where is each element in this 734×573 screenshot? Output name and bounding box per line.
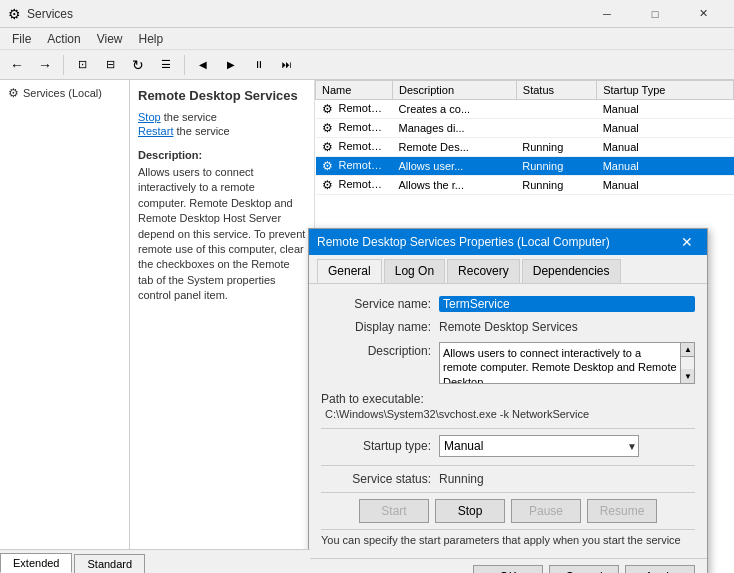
service-name-value: TermService <box>439 296 695 312</box>
modal-overlay: Remote Desktop Services Properties (Loca… <box>0 0 734 573</box>
description-row: Description: Allows users to connect int… <box>321 342 695 384</box>
properties-dialog: Remote Desktop Services Properties (Loca… <box>308 228 708 573</box>
resume-button[interactable]: Resume <box>587 499 657 523</box>
service-name-label: Service name: <box>321 297 431 311</box>
display-name-row: Display name: Remote Desktop Services <box>321 320 695 334</box>
description-field-label: Description: <box>321 342 431 358</box>
stop-button[interactable]: Stop <box>435 499 505 523</box>
startup-type-select[interactable]: Automatic Automatic (Delayed Start) Manu… <box>439 435 639 457</box>
path-section: Path to executable: C:\Windows\System32\… <box>321 392 695 420</box>
service-status-label: Service status: <box>321 472 431 486</box>
modal-content: Service name: TermService Display name: … <box>309 284 707 558</box>
service-status-row: Service status: Running <box>321 465 695 493</box>
modal-close-button[interactable]: ✕ <box>675 232 699 252</box>
startup-type-label: Startup type: <box>321 439 431 453</box>
modal-tabs: General Log On Recovery Dependencies <box>309 255 707 284</box>
display-name-value: Remote Desktop Services <box>439 320 695 334</box>
scroll-up-button[interactable]: ▲ <box>681 343 695 357</box>
description-textarea[interactable]: Allows users to connect interactively to… <box>439 342 695 384</box>
tab-dependencies[interactable]: Dependencies <box>522 259 621 283</box>
service-status-value: Running <box>439 472 484 486</box>
display-name-label: Display name: <box>321 320 431 334</box>
tab-general[interactable]: General <box>317 259 382 283</box>
startup-type-row: Startup type: Automatic Automatic (Delay… <box>321 435 695 457</box>
service-name-row: Service name: TermService <box>321 296 695 312</box>
modal-title: Remote Desktop Services Properties (Loca… <box>317 235 675 249</box>
scrollbar: ▲ ▼ <box>680 343 694 383</box>
modal-title-bar: Remote Desktop Services Properties (Loca… <box>309 229 707 255</box>
action-buttons: Start Stop Pause Resume <box>321 499 695 523</box>
modal-bottom-buttons: OK Cancel Apply <box>309 558 707 573</box>
tab-standard[interactable]: Standard <box>74 554 145 573</box>
ok-button[interactable]: OK <box>473 565 543 573</box>
description-textarea-text: Allows users to connect interactively to… <box>440 343 694 384</box>
bottom-tabs: Extended Standard <box>0 549 310 573</box>
path-label: Path to executable: <box>321 392 695 406</box>
path-value: C:\Windows\System32\svchost.exe -k Netwo… <box>321 408 695 420</box>
pause-button[interactable]: Pause <box>511 499 581 523</box>
modal-footer-text: You can specify the start parameters tha… <box>321 529 695 546</box>
tab-extended[interactable]: Extended <box>0 553 72 573</box>
scroll-down-button[interactable]: ▼ <box>681 369 695 383</box>
apply-button[interactable]: Apply <box>625 565 695 573</box>
tab-logon[interactable]: Log On <box>384 259 445 283</box>
startup-select-wrapper: Automatic Automatic (Delayed Start) Manu… <box>439 435 639 457</box>
start-button[interactable]: Start <box>359 499 429 523</box>
divider-1 <box>321 428 695 429</box>
tab-recovery[interactable]: Recovery <box>447 259 520 283</box>
cancel-button[interactable]: Cancel <box>549 565 619 573</box>
